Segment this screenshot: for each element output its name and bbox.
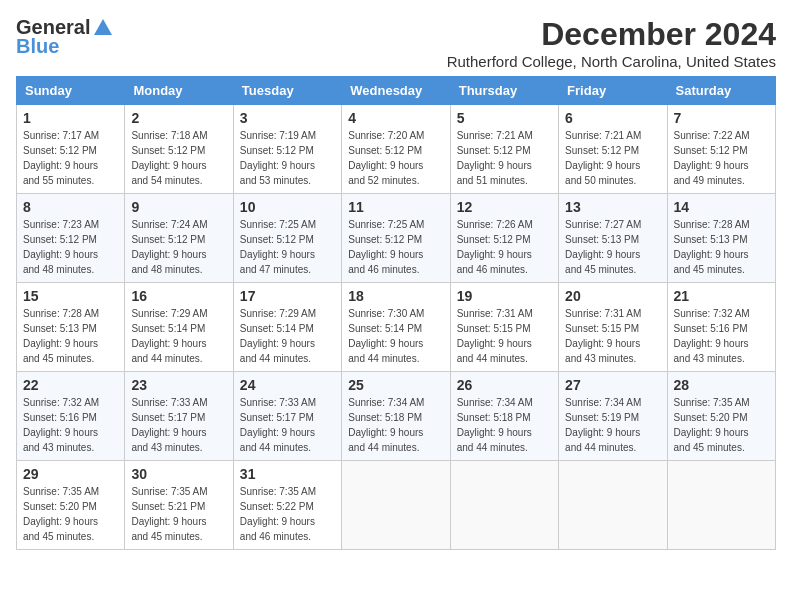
weekday-header-thursday: Thursday <box>450 77 558 105</box>
day-number: 4 <box>348 110 443 126</box>
calendar-cell: 1 Sunrise: 7:17 AM Sunset: 5:12 PM Dayli… <box>17 105 125 194</box>
day-info: Sunrise: 7:28 AM Sunset: 5:13 PM Dayligh… <box>23 308 99 364</box>
calendar-cell: 27 Sunrise: 7:34 AM Sunset: 5:19 PM Dayl… <box>559 372 667 461</box>
logo: General Blue <box>16 16 114 58</box>
day-number: 25 <box>348 377 443 393</box>
weekday-header-wednesday: Wednesday <box>342 77 450 105</box>
day-number: 29 <box>23 466 118 482</box>
day-number: 9 <box>131 199 226 215</box>
day-info: Sunrise: 7:30 AM Sunset: 5:14 PM Dayligh… <box>348 308 424 364</box>
week-row-2: 8 Sunrise: 7:23 AM Sunset: 5:12 PM Dayli… <box>17 194 776 283</box>
calendar-cell: 2 Sunrise: 7:18 AM Sunset: 5:12 PM Dayli… <box>125 105 233 194</box>
day-number: 11 <box>348 199 443 215</box>
day-number: 24 <box>240 377 335 393</box>
logo-blue-text: Blue <box>16 35 59 58</box>
day-info: Sunrise: 7:35 AM Sunset: 5:22 PM Dayligh… <box>240 486 316 542</box>
calendar-cell: 23 Sunrise: 7:33 AM Sunset: 5:17 PM Dayl… <box>125 372 233 461</box>
day-number: 10 <box>240 199 335 215</box>
day-info: Sunrise: 7:23 AM Sunset: 5:12 PM Dayligh… <box>23 219 99 275</box>
weekday-header-friday: Friday <box>559 77 667 105</box>
day-info: Sunrise: 7:29 AM Sunset: 5:14 PM Dayligh… <box>240 308 316 364</box>
day-number: 19 <box>457 288 552 304</box>
day-number: 22 <box>23 377 118 393</box>
weekday-header-tuesday: Tuesday <box>233 77 341 105</box>
month-title: December 2024 <box>447 16 776 53</box>
logo-icon <box>92 17 114 39</box>
calendar-cell <box>342 461 450 550</box>
day-info: Sunrise: 7:24 AM Sunset: 5:12 PM Dayligh… <box>131 219 207 275</box>
calendar-cell: 4 Sunrise: 7:20 AM Sunset: 5:12 PM Dayli… <box>342 105 450 194</box>
day-info: Sunrise: 7:19 AM Sunset: 5:12 PM Dayligh… <box>240 130 316 186</box>
day-info: Sunrise: 7:17 AM Sunset: 5:12 PM Dayligh… <box>23 130 99 186</box>
day-info: Sunrise: 7:35 AM Sunset: 5:20 PM Dayligh… <box>23 486 99 542</box>
calendar-cell <box>667 461 775 550</box>
day-number: 26 <box>457 377 552 393</box>
calendar-cell: 8 Sunrise: 7:23 AM Sunset: 5:12 PM Dayli… <box>17 194 125 283</box>
day-info: Sunrise: 7:28 AM Sunset: 5:13 PM Dayligh… <box>674 219 750 275</box>
day-info: Sunrise: 7:26 AM Sunset: 5:12 PM Dayligh… <box>457 219 533 275</box>
calendar-cell: 10 Sunrise: 7:25 AM Sunset: 5:12 PM Dayl… <box>233 194 341 283</box>
day-number: 21 <box>674 288 769 304</box>
day-info: Sunrise: 7:21 AM Sunset: 5:12 PM Dayligh… <box>565 130 641 186</box>
weekday-header-row: SundayMondayTuesdayWednesdayThursdayFrid… <box>17 77 776 105</box>
day-info: Sunrise: 7:20 AM Sunset: 5:12 PM Dayligh… <box>348 130 424 186</box>
day-number: 12 <box>457 199 552 215</box>
calendar-cell: 31 Sunrise: 7:35 AM Sunset: 5:22 PM Dayl… <box>233 461 341 550</box>
day-info: Sunrise: 7:35 AM Sunset: 5:20 PM Dayligh… <box>674 397 750 453</box>
weekday-header-monday: Monday <box>125 77 233 105</box>
week-row-5: 29 Sunrise: 7:35 AM Sunset: 5:20 PM Dayl… <box>17 461 776 550</box>
day-info: Sunrise: 7:21 AM Sunset: 5:12 PM Dayligh… <box>457 130 533 186</box>
calendar-cell: 21 Sunrise: 7:32 AM Sunset: 5:16 PM Dayl… <box>667 283 775 372</box>
day-info: Sunrise: 7:29 AM Sunset: 5:14 PM Dayligh… <box>131 308 207 364</box>
day-number: 1 <box>23 110 118 126</box>
calendar-cell: 28 Sunrise: 7:35 AM Sunset: 5:20 PM Dayl… <box>667 372 775 461</box>
day-number: 6 <box>565 110 660 126</box>
week-row-1: 1 Sunrise: 7:17 AM Sunset: 5:12 PM Dayli… <box>17 105 776 194</box>
weekday-header-sunday: Sunday <box>17 77 125 105</box>
day-number: 27 <box>565 377 660 393</box>
calendar-cell: 25 Sunrise: 7:34 AM Sunset: 5:18 PM Dayl… <box>342 372 450 461</box>
calendar-cell: 13 Sunrise: 7:27 AM Sunset: 5:13 PM Dayl… <box>559 194 667 283</box>
calendar-cell: 5 Sunrise: 7:21 AM Sunset: 5:12 PM Dayli… <box>450 105 558 194</box>
calendar-cell: 26 Sunrise: 7:34 AM Sunset: 5:18 PM Dayl… <box>450 372 558 461</box>
day-number: 15 <box>23 288 118 304</box>
calendar-cell: 20 Sunrise: 7:31 AM Sunset: 5:15 PM Dayl… <box>559 283 667 372</box>
calendar-cell: 12 Sunrise: 7:26 AM Sunset: 5:12 PM Dayl… <box>450 194 558 283</box>
calendar-cell: 9 Sunrise: 7:24 AM Sunset: 5:12 PM Dayli… <box>125 194 233 283</box>
header: General Blue December 2024 Rutherford Co… <box>16 16 776 70</box>
calendar-cell <box>559 461 667 550</box>
calendar-cell: 30 Sunrise: 7:35 AM Sunset: 5:21 PM Dayl… <box>125 461 233 550</box>
calendar-cell: 7 Sunrise: 7:22 AM Sunset: 5:12 PM Dayli… <box>667 105 775 194</box>
calendar-cell: 22 Sunrise: 7:32 AM Sunset: 5:16 PM Dayl… <box>17 372 125 461</box>
calendar-cell: 16 Sunrise: 7:29 AM Sunset: 5:14 PM Dayl… <box>125 283 233 372</box>
day-info: Sunrise: 7:25 AM Sunset: 5:12 PM Dayligh… <box>240 219 316 275</box>
day-info: Sunrise: 7:34 AM Sunset: 5:18 PM Dayligh… <box>348 397 424 453</box>
day-info: Sunrise: 7:25 AM Sunset: 5:12 PM Dayligh… <box>348 219 424 275</box>
day-number: 13 <box>565 199 660 215</box>
calendar-cell: 18 Sunrise: 7:30 AM Sunset: 5:14 PM Dayl… <box>342 283 450 372</box>
day-info: Sunrise: 7:34 AM Sunset: 5:18 PM Dayligh… <box>457 397 533 453</box>
day-info: Sunrise: 7:27 AM Sunset: 5:13 PM Dayligh… <box>565 219 641 275</box>
calendar-cell: 24 Sunrise: 7:33 AM Sunset: 5:17 PM Dayl… <box>233 372 341 461</box>
day-info: Sunrise: 7:31 AM Sunset: 5:15 PM Dayligh… <box>565 308 641 364</box>
day-number: 7 <box>674 110 769 126</box>
calendar-cell: 15 Sunrise: 7:28 AM Sunset: 5:13 PM Dayl… <box>17 283 125 372</box>
day-number: 3 <box>240 110 335 126</box>
day-info: Sunrise: 7:34 AM Sunset: 5:19 PM Dayligh… <box>565 397 641 453</box>
day-number: 30 <box>131 466 226 482</box>
calendar-cell: 6 Sunrise: 7:21 AM Sunset: 5:12 PM Dayli… <box>559 105 667 194</box>
day-info: Sunrise: 7:33 AM Sunset: 5:17 PM Dayligh… <box>131 397 207 453</box>
day-number: 17 <box>240 288 335 304</box>
day-number: 18 <box>348 288 443 304</box>
day-info: Sunrise: 7:18 AM Sunset: 5:12 PM Dayligh… <box>131 130 207 186</box>
day-number: 2 <box>131 110 226 126</box>
day-info: Sunrise: 7:22 AM Sunset: 5:12 PM Dayligh… <box>674 130 750 186</box>
day-info: Sunrise: 7:32 AM Sunset: 5:16 PM Dayligh… <box>23 397 99 453</box>
day-number: 5 <box>457 110 552 126</box>
day-number: 31 <box>240 466 335 482</box>
day-number: 16 <box>131 288 226 304</box>
weekday-header-saturday: Saturday <box>667 77 775 105</box>
calendar-cell <box>450 461 558 550</box>
calendar-cell: 11 Sunrise: 7:25 AM Sunset: 5:12 PM Dayl… <box>342 194 450 283</box>
day-number: 8 <box>23 199 118 215</box>
